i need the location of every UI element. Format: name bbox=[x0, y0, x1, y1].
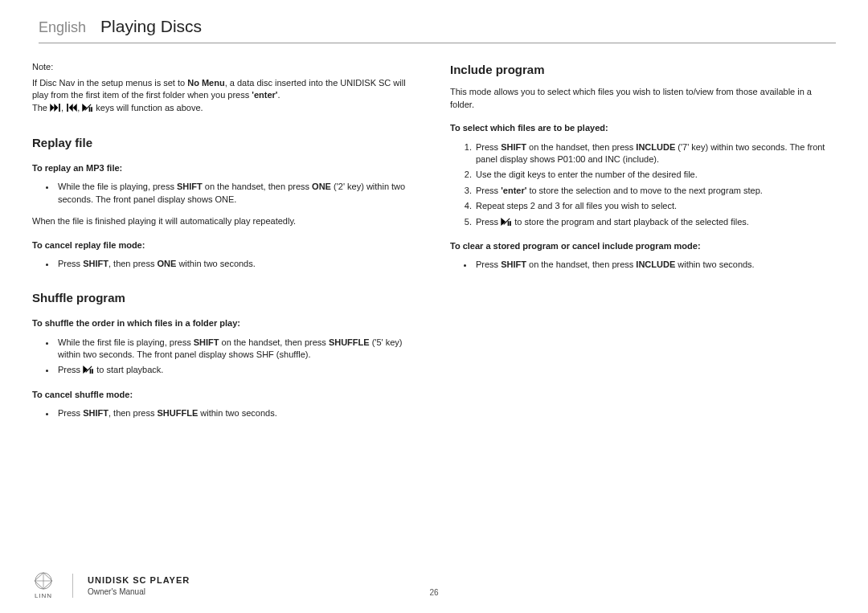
brand-name: LINN bbox=[35, 591, 52, 600]
page-title: Playing Discs bbox=[100, 17, 202, 35]
footer-divider bbox=[72, 574, 73, 598]
page-content: Note: If Disc Nav in the setup menus is … bbox=[0, 50, 868, 429]
replay-bullet-list: While the file is playing, press SHIFT o… bbox=[56, 181, 418, 206]
list-item: Press SHIFT on the handset, then press I… bbox=[474, 141, 836, 166]
page-header: EnglishPlaying Discs bbox=[0, 0, 868, 50]
linn-logo-icon bbox=[32, 572, 55, 590]
shuffle-bullet-list: While the first file is playing, press S… bbox=[56, 337, 418, 378]
include-heading: Include program bbox=[450, 61, 836, 78]
include-sub2: To clear a stored program or cancel incl… bbox=[450, 240, 836, 252]
list-item: While the file is playing, press SHIFT o… bbox=[56, 181, 418, 206]
replay-file-heading: Replay file bbox=[32, 134, 418, 151]
replay-cancel-list: Press SHIFT, then press ONE within two s… bbox=[56, 258, 418, 270]
list-item: While the first file is playing, press S… bbox=[56, 337, 418, 362]
product-name: UNIDISK SC PLAYER bbox=[88, 574, 190, 586]
play-pause-icon bbox=[83, 365, 94, 377]
list-item: Press to store the program and start pla… bbox=[474, 216, 836, 229]
header-title-row: EnglishPlaying Discs bbox=[39, 14, 836, 43]
shuffle-sub1: To shuffle the order in which files in a… bbox=[32, 317, 418, 329]
replay-sub1: To replay an MP3 file: bbox=[32, 162, 418, 174]
brand-logo: LINN bbox=[32, 572, 55, 600]
shuffle-cancel-list: Press SHIFT, then press SHUFFLE within t… bbox=[56, 407, 418, 419]
language-label: English bbox=[39, 19, 86, 35]
next-track-icon bbox=[50, 103, 61, 115]
footer-text: UNIDISK SC PLAYER Owner's Manual bbox=[88, 574, 190, 598]
play-pause-icon bbox=[501, 217, 512, 229]
page-number: 26 bbox=[429, 587, 438, 599]
shuffle-heading: Shuffle program bbox=[32, 289, 418, 306]
list-item: Repeat steps 2 and 3 for all files you w… bbox=[474, 200, 836, 212]
list-item: Press SHIFT on the handset, then press I… bbox=[474, 259, 836, 271]
replay-sub2: To cancel replay file mode: bbox=[32, 239, 418, 251]
include-sub1: To select which files are to be played: bbox=[450, 122, 836, 134]
include-steps: Press SHIFT on the handset, then press I… bbox=[474, 141, 836, 229]
include-cancel-list: Press SHIFT on the handset, then press I… bbox=[474, 259, 836, 271]
list-item: Press SHIFT, then press SHUFFLE within t… bbox=[56, 407, 418, 419]
include-intro: This mode allows you to select which fil… bbox=[450, 86, 836, 111]
shuffle-sub2: To cancel shuffle mode: bbox=[32, 389, 418, 401]
prev-track-icon bbox=[66, 103, 77, 115]
list-item: Press to start playback. bbox=[56, 364, 418, 377]
left-column: Note: If Disc Nav in the setup menus is … bbox=[32, 61, 418, 429]
manual-label: Owner's Manual bbox=[88, 586, 190, 598]
replay-para: When the file is finished playing it wil… bbox=[32, 215, 418, 227]
note-paragraph: If Disc Nav in the setup menus is set to… bbox=[32, 77, 418, 115]
note-label: Note: bbox=[32, 61, 418, 73]
list-item: Press 'enter' to store the selection and… bbox=[474, 185, 836, 197]
play-pause-icon bbox=[82, 103, 93, 115]
list-item: Press SHIFT, then press ONE within two s… bbox=[56, 258, 418, 270]
right-column: Include program This mode allows you to … bbox=[450, 61, 836, 429]
list-item: Use the digit keys to enter the number o… bbox=[474, 169, 836, 181]
